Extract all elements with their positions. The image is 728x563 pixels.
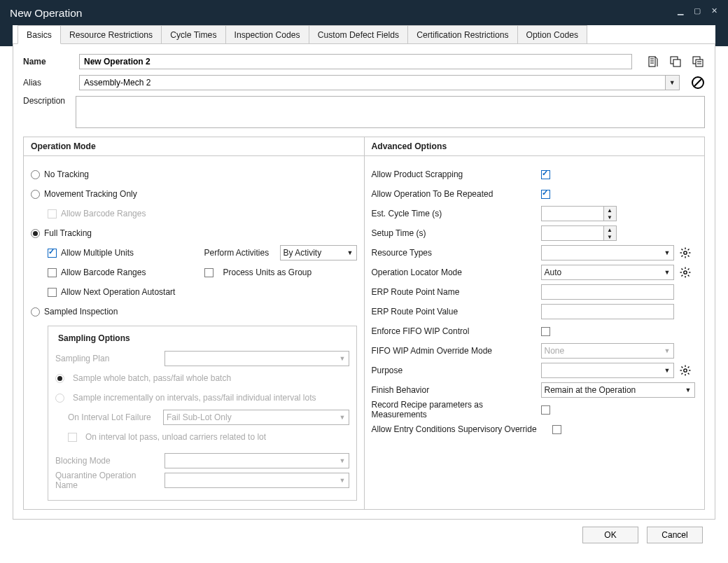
alias-label: Alias bbox=[23, 78, 72, 88]
movement-tracking-label: Movement Tracking Only bbox=[44, 189, 137, 199]
tab-option-codes[interactable]: Option Codes bbox=[517, 25, 588, 44]
erp-name-label: ERP Route Point Name bbox=[372, 287, 541, 297]
erp-name-input[interactable] bbox=[541, 284, 674, 300]
process-units-as-group-label: Process Units as Group bbox=[223, 267, 312, 277]
purpose-select[interactable]: ▼ bbox=[541, 363, 674, 378]
full-tracking-label: Full Tracking bbox=[44, 228, 92, 238]
allow-repeat-check[interactable] bbox=[541, 190, 550, 199]
movement-tracking-radio[interactable] bbox=[31, 190, 40, 199]
svg-line-25 bbox=[687, 275, 689, 277]
svg-line-18 bbox=[681, 256, 682, 257]
chevron-down-icon: ▼ bbox=[664, 249, 671, 256]
maximize-button[interactable]: ▢ bbox=[693, 6, 701, 15]
oploc-mode-select[interactable]: Auto▼ bbox=[541, 265, 674, 280]
record-recipe-check[interactable] bbox=[541, 405, 550, 415]
spinner-down-icon[interactable]: ▼ bbox=[604, 214, 616, 221]
copy-icon[interactable] bbox=[668, 55, 682, 69]
finish-behavior-label: Finish Behavior bbox=[372, 385, 541, 395]
sampling-plan-label: Sampling Plan bbox=[55, 354, 160, 363]
svg-line-36 bbox=[681, 373, 682, 375]
cancel-button[interactable]: Cancel bbox=[647, 527, 703, 543]
alias-input[interactable] bbox=[79, 75, 665, 90]
chevron-down-icon: ▼ bbox=[347, 249, 354, 256]
no-tracking-radio[interactable] bbox=[31, 170, 40, 179]
allow-barcode-ranges-label-1: Allow Barcode Ranges bbox=[61, 209, 146, 218]
process-units-as-group-check[interactable] bbox=[204, 268, 214, 277]
spinner-down-icon[interactable]: ▼ bbox=[604, 233, 616, 240]
spinner-up-icon[interactable]: ▲ bbox=[604, 226, 616, 233]
allow-barcode-ranges-label-2: Allow Barcode Ranges bbox=[61, 267, 146, 277]
description-input[interactable] bbox=[76, 96, 705, 128]
setup-time-input[interactable] bbox=[542, 226, 603, 240]
close-button[interactable]: ✕ bbox=[710, 6, 718, 15]
fifo-enforce-label: Enforce FIFO WIP Control bbox=[372, 326, 541, 336]
tab-certification-restrictions[interactable]: Certification Restrictions bbox=[407, 25, 517, 44]
allow-scrap-check[interactable] bbox=[541, 170, 550, 179]
chevron-down-icon[interactable]: ▼ bbox=[665, 75, 680, 90]
tab-inspection-codes[interactable]: Inspection Codes bbox=[225, 25, 309, 44]
resource-types-select[interactable]: ▼ bbox=[541, 245, 674, 260]
svg-rect-7 bbox=[696, 60, 703, 67]
allow-repeat-label: Allow Operation To Be Repeated bbox=[372, 189, 541, 199]
chevron-down-icon: ▼ bbox=[664, 347, 671, 354]
svg-line-33 bbox=[681, 367, 682, 368]
allow-barcode-ranges-check-1 bbox=[48, 209, 57, 218]
blocking-mode-select: ▼ bbox=[164, 453, 349, 468]
fifo-enforce-check[interactable] bbox=[541, 327, 550, 336]
setup-time-spinner[interactable]: ▲▼ bbox=[541, 225, 617, 241]
tab-cycle-times[interactable]: Cycle Times bbox=[161, 25, 225, 44]
allow-next-op-autostart-check[interactable] bbox=[48, 288, 57, 297]
notes-icon[interactable] bbox=[646, 55, 660, 69]
est-cycle-spinner[interactable]: ▲▼ bbox=[541, 206, 617, 221]
svg-line-27 bbox=[681, 275, 682, 277]
svg-line-26 bbox=[687, 269, 689, 270]
advanced-options-header: Advanced Options bbox=[365, 137, 705, 156]
blocking-mode-label: Blocking Mode bbox=[55, 456, 160, 466]
finish-behavior-select[interactable]: Remain at the Operation▼ bbox=[541, 382, 695, 398]
on-interval-lot-pass-check bbox=[68, 433, 77, 442]
svg-point-19 bbox=[683, 271, 686, 274]
tab-basics[interactable]: Basics bbox=[18, 25, 61, 44]
gear-icon[interactable] bbox=[678, 265, 692, 279]
spinner-up-icon[interactable]: ▲ bbox=[604, 207, 616, 214]
no-tracking-label: No Tracking bbox=[44, 169, 89, 179]
perform-activities-select[interactable]: By Activity▼ bbox=[280, 245, 357, 260]
block-icon[interactable] bbox=[691, 76, 705, 90]
allow-next-op-autostart-label: Allow Next Operation Autostart bbox=[61, 287, 175, 297]
tab-resource-restrictions[interactable]: Resource Restrictions bbox=[60, 25, 162, 44]
svg-point-10 bbox=[683, 251, 686, 254]
svg-point-28 bbox=[683, 369, 686, 372]
resource-types-label: Resource Types bbox=[372, 248, 541, 258]
sampled-inspection-radio[interactable] bbox=[31, 307, 40, 317]
gear-icon[interactable] bbox=[678, 246, 692, 260]
paste-icon[interactable] bbox=[691, 55, 705, 69]
est-cycle-input[interactable] bbox=[542, 207, 603, 221]
chevron-down-icon: ▼ bbox=[340, 457, 346, 464]
fifo-admin-label: FIFO WIP Admin Override Mode bbox=[372, 346, 541, 356]
erp-value-input[interactable] bbox=[541, 304, 674, 319]
est-cycle-label: Est. Cycle Time (s) bbox=[372, 209, 541, 218]
record-recipe-label: Record Recipe parameters as Measurements bbox=[372, 400, 541, 419]
svg-line-34 bbox=[687, 373, 689, 375]
setup-time-label: Setup Time (s) bbox=[372, 228, 541, 238]
minimize-button[interactable]: ▁ bbox=[676, 6, 685, 15]
gear-icon[interactable] bbox=[678, 363, 692, 377]
allow-entry-override-check[interactable] bbox=[552, 425, 561, 434]
name-label: Name bbox=[23, 57, 72, 67]
sample-whole-batch-label: Sample whole batch, pass/fail whole batc… bbox=[73, 373, 231, 383]
allow-barcode-ranges-check-2[interactable] bbox=[48, 268, 57, 277]
allow-scrap-label: Allow Product Scrapping bbox=[372, 169, 541, 179]
alias-combo[interactable]: ▼ bbox=[79, 75, 680, 90]
sample-incremental-label: Sample incrementally on intervals, pass/… bbox=[73, 393, 316, 403]
on-interval-lot-pass-label: On interval lot pass, unload carriers re… bbox=[85, 432, 266, 442]
svg-line-24 bbox=[681, 269, 682, 270]
name-input[interactable] bbox=[79, 54, 632, 69]
full-tracking-radio[interactable] bbox=[31, 229, 40, 238]
chevron-down-icon: ▼ bbox=[340, 355, 346, 362]
chevron-down-icon: ▼ bbox=[340, 414, 346, 421]
ok-button[interactable]: OK bbox=[582, 527, 638, 543]
allow-multiple-units-check[interactable] bbox=[48, 249, 57, 258]
tab-custom-defect-fields[interactable]: Custom Defect Fields bbox=[309, 25, 409, 44]
window-title: New Operation bbox=[10, 6, 676, 20]
allow-entry-override-label: Allow Entry Conditions Supervisory Overr… bbox=[372, 424, 552, 434]
